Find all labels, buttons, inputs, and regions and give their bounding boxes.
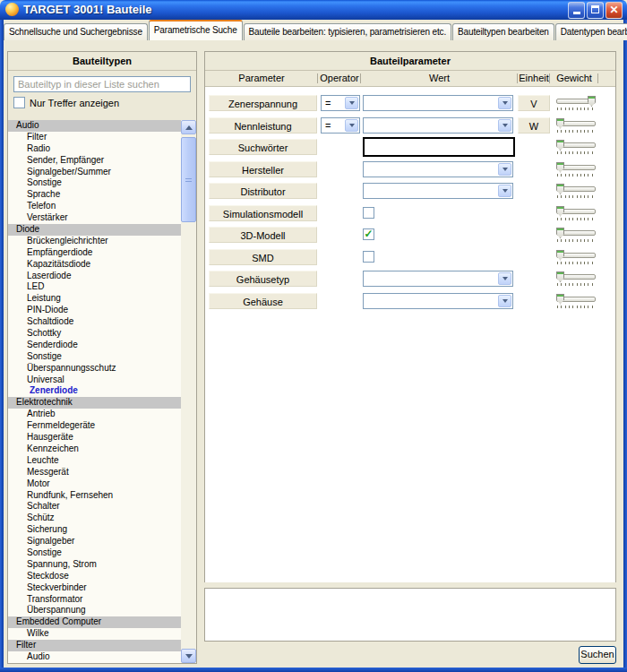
list-item-antrieb[interactable]: Antrieb [8, 409, 181, 420]
combo-dropdown-button[interactable] [498, 185, 511, 197]
value-select[interactable] [363, 271, 513, 287]
list-item-kapazitaetsdiode[interactable]: Kapazitätsdiode [8, 259, 181, 271]
list-item-ueberspannung[interactable]: Überspannung [8, 605, 181, 616]
list-scrollbar[interactable] [181, 120, 196, 663]
tab-datentypen-bearbeiten[interactable]: Datentypen bearbeiten [555, 23, 627, 40]
weight-slider[interactable] [556, 184, 597, 199]
slider-thumb[interactable] [556, 184, 564, 194]
minimize-button[interactable] [568, 2, 585, 19]
list-item-ueberspannungsschutz[interactable]: Überspannungsschutz [8, 363, 181, 375]
close-button[interactable]: ✕ [606, 2, 623, 19]
list-item-signalgeber-summer[interactable]: Signalgeber/Summer [8, 167, 181, 178]
list-item-brueckengleichrichter[interactable]: Brückengleichrichter [8, 236, 181, 247]
scrollbar-thumb[interactable] [181, 137, 196, 222]
scroll-up-button[interactable] [181, 120, 196, 134]
list-item-leistung[interactable]: Leistung [8, 293, 181, 305]
list-item-wilke[interactable]: Wilke [8, 628, 181, 640]
value-select[interactable] [363, 117, 513, 134]
list-item-radio[interactable]: Radio [8, 143, 181, 155]
weight-slider[interactable] [556, 118, 597, 134]
weight-slider[interactable] [556, 162, 597, 177]
smd-checkbox[interactable] [363, 251, 374, 263]
slider-thumb[interactable] [588, 96, 596, 107]
list-header-filter[interactable]: Filter [8, 640, 181, 651]
list-item-sprache[interactable]: Sprache [8, 189, 181, 201]
tab-parametrische-suche[interactable]: Parametrische Suche [149, 20, 243, 40]
simulationsmodell-checkbox[interactable] [363, 207, 374, 219]
list-item-schalter[interactable]: Schalter [8, 501, 181, 513]
list-item-schaltdiode[interactable]: Schaltdiode [8, 316, 181, 328]
list-item-telefon[interactable]: Telefon [8, 201, 181, 212]
slider-thumb[interactable] [556, 206, 564, 217]
list-item-messgeraet[interactable]: Messgerät [8, 467, 181, 478]
list-header-diode[interactable]: Diode [8, 224, 181, 236]
slider-thumb[interactable] [556, 140, 564, 151]
slider-thumb[interactable] [556, 118, 564, 129]
list-item-filter[interactable]: Filter [8, 132, 181, 143]
combo-dropdown-button[interactable] [345, 119, 358, 132]
weight-slider[interactable] [556, 206, 597, 221]
list-item-empfaengerdiode[interactable]: Empfängerdiode [8, 247, 181, 259]
operator-select[interactable]: = [321, 117, 360, 134]
value-select[interactable] [363, 95, 513, 111]
maximize-button[interactable] [587, 2, 604, 19]
list-item-sonstige[interactable]: Sonstige [8, 351, 181, 363]
value-select[interactable] [363, 293, 513, 309]
list-item-fernmeldegeraete[interactable]: Fernmeldegeräte [8, 420, 181, 432]
list-item-sender-empfaenger[interactable]: Sender, Empfänger [8, 155, 181, 167]
list-item-steckverbinder[interactable]: Steckverbinder [8, 582, 181, 594]
list-item-laserdiode[interactable]: Laserdiode [8, 271, 181, 282]
combo-dropdown-button[interactable] [498, 163, 511, 176]
weight-slider[interactable] [556, 228, 597, 243]
tab-bauteile-bearbeiten-typisieren-parametrisieren-etc[interactable]: Bauteile bearbeiten: typisieren, paramet… [244, 23, 452, 40]
list-header-elektrotechnik[interactable]: Elektrotechnik [8, 397, 181, 409]
list-item-audio[interactable]: Audio [8, 651, 181, 663]
3d-modell-checkbox[interactable]: ✓ [363, 228, 374, 240]
slider-thumb[interactable] [556, 228, 564, 238]
list-item-senderdiode[interactable]: Senderdiode [8, 340, 181, 351]
combo-dropdown-button[interactable] [498, 272, 511, 285]
value-select[interactable] [363, 161, 513, 177]
list-item-schuetz[interactable]: Schütz [8, 513, 181, 524]
list-item-led[interactable]: LED [8, 281, 181, 293]
list-header-embedded-computer[interactable]: Embedded Computer [8, 616, 181, 628]
list-item-sicherung[interactable]: Sicherung [8, 524, 181, 536]
combo-dropdown-button[interactable] [498, 295, 511, 307]
weight-slider[interactable] [556, 271, 597, 287]
slider-thumb[interactable] [556, 162, 564, 173]
list-item-pin-diode[interactable]: PIN-Diode [8, 305, 181, 316]
list-item-rundfunk-fernsehen[interactable]: Rundfunk, Fernsehen [8, 490, 181, 502]
list-item-kennzeichen[interactable]: Kennzeichen [8, 444, 181, 455]
list-item-zenerdiode[interactable]: Zenerdiode [8, 385, 181, 397]
list-item-schottky[interactable]: Schottky [8, 328, 181, 340]
only-hits-checkbox[interactable] [13, 97, 25, 108]
operator-select[interactable]: = [321, 95, 360, 111]
list-item-leuchte[interactable]: Leuchte [8, 455, 181, 467]
scroll-down-button[interactable] [181, 649, 196, 663]
list-header-audio[interactable]: Audio [8, 120, 181, 132]
value-select[interactable] [363, 183, 513, 199]
list-item-universal[interactable]: Universal [8, 375, 181, 386]
list-item-steckdose[interactable]: Steckdose [8, 571, 181, 582]
tab-schnellsuche-und-suchergebnisse[interactable]: Schnellsuche und Suchergebnisse [4, 23, 148, 40]
weight-slider[interactable] [556, 294, 597, 309]
type-search-input[interactable] [13, 76, 191, 92]
slider-thumb[interactable] [556, 271, 564, 282]
weight-slider[interactable] [556, 140, 597, 155]
list-item-hausgeraete[interactable]: Hausgeräte [8, 432, 181, 444]
list-item-sonstige[interactable]: Sonstige [8, 177, 181, 189]
search-button[interactable]: Suchen [579, 646, 616, 664]
list-item-transformator[interactable]: Transformator [8, 594, 181, 606]
tab-bauteiltypen-bearbeiten[interactable]: Bauteiltypen bearbeiten [452, 23, 554, 40]
weight-slider[interactable] [556, 96, 597, 111]
suchwoerter-input[interactable] [363, 137, 515, 157]
list-item-verstaerker[interactable]: Verstärker [8, 212, 181, 224]
slider-thumb[interactable] [556, 294, 564, 305]
list-item-signalgeber[interactable]: Signalgeber [8, 536, 181, 547]
list-item-sonstige[interactable]: Sonstige [8, 547, 181, 559]
combo-dropdown-button[interactable] [345, 97, 358, 109]
combo-dropdown-button[interactable] [498, 119, 511, 132]
list-item-spannung-strom[interactable]: Spannung, Strom [8, 559, 181, 571]
list-item-motor[interactable]: Motor [8, 478, 181, 490]
weight-slider[interactable] [556, 250, 597, 265]
